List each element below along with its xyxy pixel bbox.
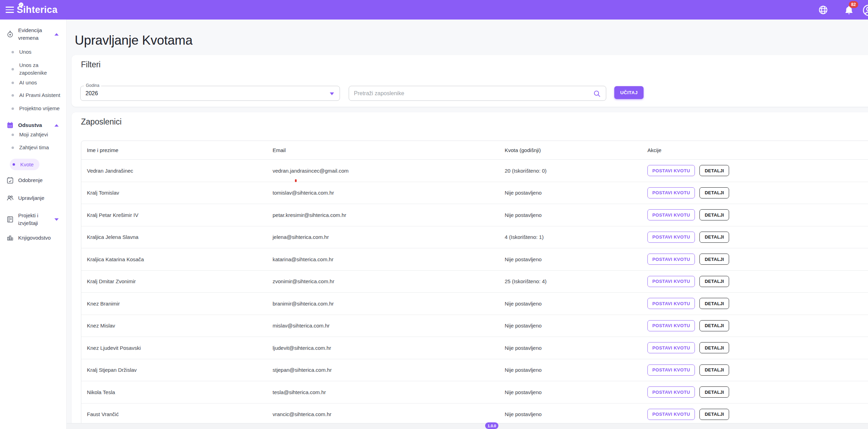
table-row: Vedran Jandrašinec vedran.jandrasincec@g… [81, 160, 868, 182]
employee-search-input[interactable] [349, 86, 606, 100]
employee-name: Kraljica Katarina Kosača [81, 256, 267, 262]
details-button[interactable]: DETALJI [699, 232, 729, 243]
employee-name: Nikola Tesla [81, 389, 267, 395]
set-quota-button[interactable]: POSTAVI KVOTU [647, 187, 695, 198]
sidebar-item-ai-pravni-asistent[interactable]: AI Pravni Asistent [0, 91, 66, 99]
sidebar-item-label: Unos za zaposlenike [19, 61, 54, 77]
employee-name: Kraljica Jelena Slavna [81, 234, 267, 240]
set-quota-button[interactable]: POSTAVI KVOTU [647, 209, 695, 220]
table-row: Kralj Dmitar Zvonimir zvonimir@sihterica… [81, 271, 868, 293]
bullet-icon [13, 163, 15, 166]
employee-quota: 25 (Iskorišteno: 4) [499, 278, 642, 284]
employee-table-body: Vedran Jandrašinec vedran.jandrasincec@g… [81, 160, 868, 429]
row-actions: POSTAVI KVOTU DETALJI [642, 364, 868, 376]
details-button[interactable]: DETALJI [699, 276, 729, 287]
calendar-icon [6, 121, 14, 129]
row-actions: POSTAVI KVOTU DETALJI [642, 165, 868, 176]
load-button[interactable]: UČITAJ [614, 86, 644, 99]
sidebar-item-zahtjevi-tima[interactable]: Zahtjevi tima [0, 144, 66, 151]
row-actions: POSTAVI KVOTU DETALJI [642, 298, 868, 309]
sidebar-item-label: Evidencija vremena [18, 27, 53, 42]
sidebar-item-label: Odsustva [18, 121, 53, 129]
employee-quota: 4 (Iskorišteno: 1) [499, 234, 642, 240]
set-quota-button[interactable]: POSTAVI KVOTU [647, 364, 695, 376]
row-actions: POSTAVI KVOTU DETALJI [642, 276, 868, 287]
sidebar-item-ai-unos[interactable]: AI unos [0, 79, 66, 86]
user-avatar[interactable] [862, 4, 868, 17]
version-badge: 1.0.0 [485, 422, 498, 429]
sidebar-item-projektno-vrijeme[interactable]: Projektno vrijeme [0, 105, 66, 112]
year-select[interactable]: Godina 2026 [80, 86, 340, 101]
employee-email: mislav@sihterica.com.hr [267, 323, 499, 329]
row-actions: POSTAVI KVOTU DETALJI [642, 386, 868, 398]
employee-quota: Nije postavljeno [499, 323, 642, 329]
table-header-row: Ime i prezime Email Kvota (godišnji) Akc… [81, 141, 868, 160]
details-button[interactable]: DETALJI [699, 342, 729, 353]
employee-name: Kralj Tomislav [81, 190, 267, 196]
employee-name: Knez Branimir [81, 301, 267, 307]
set-quota-button[interactable]: POSTAVI KVOTU [647, 254, 695, 265]
details-button[interactable]: DETALJI [699, 187, 729, 198]
page-title: Upravljanje Kvotama [75, 33, 193, 48]
details-button[interactable]: DETALJI [699, 409, 729, 420]
column-header-email: Email [267, 147, 499, 153]
sidebar-item-odobrenje[interactable]: Odobrenje [0, 176, 66, 184]
details-button[interactable]: DETALJI [699, 320, 729, 331]
employee-quota: Nije postavljeno [499, 345, 642, 351]
details-button[interactable]: DETALJI [699, 298, 729, 309]
table-row: Kralj Stjepan Držislav stjepan@sihterica… [81, 359, 868, 382]
bullet-icon [12, 68, 14, 70]
sidebar-item-projekti-i-izvjestaji[interactable]: Projekti i izvještaji [0, 212, 66, 227]
details-button[interactable]: DETALJI [699, 209, 729, 220]
set-quota-button[interactable]: POSTAVI KVOTU [647, 298, 695, 309]
hamburger-menu-icon[interactable] [6, 6, 14, 14]
sidebar-item-kvote[interactable]: Kvote [10, 159, 39, 170]
column-header-quota: Kvota (godišnji) [499, 147, 642, 153]
app-logo[interactable]: ✓ Šihterica [17, 5, 58, 15]
sidebar-item-evidencija-vremena[interactable]: Evidencija vremena [0, 27, 66, 42]
set-quota-button[interactable]: POSTAVI KVOTU [647, 232, 695, 243]
set-quota-button[interactable]: POSTAVI KVOTU [647, 165, 695, 176]
employee-email: stjepan@sihterica.com.hr [267, 367, 499, 373]
details-button[interactable]: DETALJI [699, 364, 729, 376]
set-quota-button[interactable]: POSTAVI KVOTU [647, 320, 695, 331]
employee-email: tesla@sihterica.com.hr [267, 389, 499, 395]
chevron-down-icon [54, 218, 59, 221]
globe-icon[interactable] [818, 5, 828, 15]
table-row: Knez Ljudevit Posavski ljudevit@sihteric… [81, 337, 868, 359]
sidebar-item-unos[interactable]: Unos [0, 48, 66, 56]
column-header-name: Ime i prezime [81, 147, 267, 153]
details-button[interactable]: DETALJI [699, 386, 729, 398]
year-select-value: 2026 [86, 90, 98, 97]
employee-quota: Nije postavljeno [499, 411, 642, 417]
employee-name: Kralj Petar Krešimir IV [81, 212, 267, 218]
sidebar-item-unos-za-zaposlenike[interactable]: Unos za zaposlenike [0, 61, 66, 77]
table-row: Kraljica Katarina Kosača katarina@sihter… [81, 248, 868, 271]
set-quota-button[interactable]: POSTAVI KVOTU [647, 409, 695, 420]
set-quota-button[interactable]: POSTAVI KVOTU [647, 342, 695, 353]
employee-email: katarina@sihterica.com.hr [267, 256, 499, 262]
employee-email: branimir@sihterica.com.hr [267, 301, 499, 307]
sidebar-item-label: Moji zahtjevi [19, 131, 66, 138]
details-button[interactable]: DETALJI [699, 165, 729, 176]
employee-name: Kralj Dmitar Zvonimir [81, 278, 267, 284]
employee-quota: Nije postavljeno [499, 301, 642, 307]
bullet-icon [12, 94, 14, 97]
app-root: ✓ Šihterica 82 [0, 0, 868, 429]
people-icon [6, 194, 14, 202]
sidebar-item-upravljanje[interactable]: Upravljanje [0, 194, 66, 202]
sidebar-item-moji-zahtjevi[interactable]: Moji zahtjevi [0, 131, 66, 138]
sidebar-item-knjigovodstvo[interactable]: Knjigovodstvo [0, 234, 66, 242]
notification-count-badge: 82 [849, 1, 858, 8]
bullet-icon [12, 82, 14, 84]
year-select-label: Godina [84, 83, 101, 88]
search-icon[interactable] [593, 90, 601, 98]
row-actions: POSTAVI KVOTU DETALJI [642, 254, 868, 265]
employee-quota: Nije postavljeno [499, 256, 642, 262]
sidebar-item-odsustva[interactable]: Odsustva [0, 121, 66, 129]
set-quota-button[interactable]: POSTAVI KVOTU [647, 386, 695, 398]
chevron-up-icon [54, 124, 59, 127]
set-quota-button[interactable]: POSTAVI KVOTU [647, 276, 695, 287]
details-button[interactable]: DETALJI [699, 254, 729, 265]
table-row: Kralj Tomislav tomislav@sihterica.com.hr… [81, 182, 868, 204]
